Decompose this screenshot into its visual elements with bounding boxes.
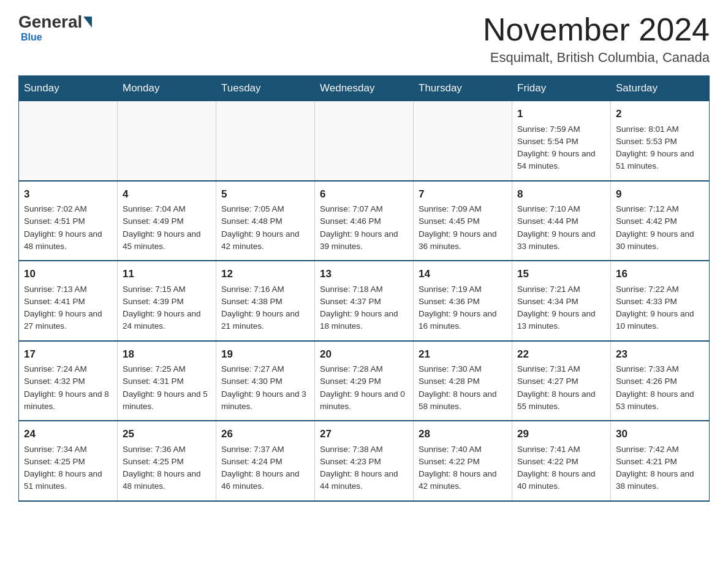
cell-w3-d0: 10Sunrise: 7:13 AMSunset: 4:41 PMDayligh…: [19, 261, 118, 341]
cell-w5-d2: 26Sunrise: 7:37 AMSunset: 4:24 PMDayligh…: [216, 421, 315, 501]
day-info: Sunrise: 7:07 AM: [320, 203, 408, 215]
day-number: 6: [320, 186, 408, 202]
day-info: Daylight: 9 hours and 16 minutes.: [419, 308, 507, 333]
day-info: Sunset: 4:37 PM: [320, 296, 408, 308]
day-number: 9: [616, 186, 704, 202]
day-info: Sunrise: 7:13 AM: [24, 283, 112, 296]
cell-w5-d1: 25Sunrise: 7:36 AMSunset: 4:25 PMDayligh…: [118, 421, 216, 501]
day-info: Daylight: 9 hours and 21 minutes.: [221, 308, 309, 333]
day-info: Sunset: 4:51 PM: [24, 215, 112, 228]
day-info: Daylight: 9 hours and 3 minutes.: [221, 388, 309, 413]
header-tuesday: Tuesday: [216, 76, 315, 101]
day-info: Sunset: 4:41 PM: [24, 296, 112, 308]
cell-w4-d2: 19Sunrise: 7:27 AMSunset: 4:30 PMDayligh…: [216, 341, 315, 421]
day-info: Daylight: 9 hours and 45 minutes.: [123, 228, 211, 253]
day-info: Sunrise: 7:12 AM: [616, 203, 704, 215]
cell-w3-d4: 14Sunrise: 7:19 AMSunset: 4:36 PMDayligh…: [414, 261, 512, 341]
cell-w3-d5: 15Sunrise: 7:21 AMSunset: 4:34 PMDayligh…: [512, 261, 611, 341]
cell-w4-d5: 22Sunrise: 7:31 AMSunset: 4:27 PMDayligh…: [512, 341, 611, 421]
cell-w2-d5: 8Sunrise: 7:10 AMSunset: 4:44 PMDaylight…: [512, 181, 611, 261]
day-info: Daylight: 9 hours and 5 minutes.: [123, 388, 211, 413]
day-info: Sunset: 4:38 PM: [221, 296, 309, 308]
day-info: Sunrise: 8:01 AM: [616, 123, 704, 136]
day-info: Daylight: 9 hours and 18 minutes.: [320, 308, 408, 333]
day-info: Daylight: 8 hours and 58 minutes.: [419, 388, 507, 413]
day-info: Daylight: 9 hours and 30 minutes.: [616, 228, 704, 253]
day-info: Sunrise: 7:30 AM: [419, 363, 507, 375]
day-info: Daylight: 9 hours and 8 minutes.: [24, 388, 112, 413]
header-sunday: Sunday: [19, 76, 118, 101]
day-info: Sunset: 4:28 PM: [419, 375, 507, 388]
day-info: Sunset: 4:30 PM: [221, 375, 309, 388]
day-info: Sunrise: 7:19 AM: [419, 283, 507, 296]
day-number: 5: [221, 186, 309, 202]
cell-w1-d4: [414, 101, 512, 181]
day-info: Daylight: 9 hours and 54 minutes.: [517, 148, 605, 173]
day-info: Sunrise: 7:37 AM: [221, 443, 309, 456]
week-row-2: 3Sunrise: 7:02 AMSunset: 4:51 PMDaylight…: [19, 181, 710, 261]
day-info: Sunset: 4:21 PM: [616, 456, 704, 468]
day-number: 12: [221, 266, 309, 282]
cell-w3-d6: 16Sunrise: 7:22 AMSunset: 4:33 PMDayligh…: [611, 261, 710, 341]
cell-w1-d0: [19, 101, 118, 181]
day-info: Sunset: 4:44 PM: [517, 215, 605, 228]
day-number: 13: [320, 266, 408, 282]
day-info: Sunset: 4:27 PM: [517, 375, 605, 388]
day-number: 2: [616, 106, 704, 122]
title-section: November 2024 Esquimalt, British Columbi…: [483, 12, 710, 66]
day-info: Daylight: 9 hours and 10 minutes.: [616, 308, 704, 333]
day-info: Sunset: 4:32 PM: [24, 375, 112, 388]
calendar-header: Sunday Monday Tuesday Wednesday Thursday…: [19, 76, 710, 101]
page-header: General Blue November 2024 Esquimalt, Br…: [18, 12, 710, 66]
day-info: Sunrise: 7:09 AM: [419, 203, 507, 215]
cell-w4-d6: 23Sunrise: 7:33 AMSunset: 4:26 PMDayligh…: [611, 341, 710, 421]
cell-w4-d0: 17Sunrise: 7:24 AMSunset: 4:32 PMDayligh…: [19, 341, 118, 421]
day-info: Sunrise: 7:02 AM: [24, 203, 112, 215]
day-info: Sunrise: 7:59 AM: [517, 123, 605, 136]
day-info: Daylight: 9 hours and 39 minutes.: [320, 228, 408, 253]
cell-w1-d5: 1Sunrise: 7:59 AMSunset: 5:54 PMDaylight…: [512, 101, 611, 181]
day-info: Sunset: 4:22 PM: [517, 456, 605, 468]
day-info: Daylight: 9 hours and 33 minutes.: [517, 228, 605, 253]
day-info: Daylight: 8 hours and 46 minutes.: [221, 468, 309, 493]
day-info: Daylight: 8 hours and 51 minutes.: [24, 468, 112, 493]
day-number: 17: [24, 347, 112, 362]
calendar-body: 1Sunrise: 7:59 AMSunset: 5:54 PMDaylight…: [19, 101, 710, 501]
day-info: Daylight: 9 hours and 0 minutes.: [320, 388, 408, 413]
week-row-3: 10Sunrise: 7:13 AMSunset: 4:41 PMDayligh…: [19, 261, 710, 341]
cell-w5-d6: 30Sunrise: 7:42 AMSunset: 4:21 PMDayligh…: [611, 421, 710, 501]
day-info: Daylight: 9 hours and 51 minutes.: [616, 148, 704, 173]
day-info: Sunrise: 7:10 AM: [517, 203, 605, 215]
day-info: Sunset: 4:31 PM: [123, 375, 211, 388]
cell-w3-d2: 12Sunrise: 7:16 AMSunset: 4:38 PMDayligh…: [216, 261, 315, 341]
day-info: Sunrise: 7:40 AM: [419, 443, 507, 456]
cell-w2-d4: 7Sunrise: 7:09 AMSunset: 4:45 PMDaylight…: [414, 181, 512, 261]
day-number: 15: [517, 266, 605, 282]
day-info: Daylight: 8 hours and 38 minutes.: [616, 468, 704, 493]
day-info: Sunset: 4:24 PM: [221, 456, 309, 468]
calendar-table: Sunday Monday Tuesday Wednesday Thursday…: [18, 75, 710, 502]
day-info: Sunset: 4:25 PM: [24, 456, 112, 468]
day-number: 1: [517, 106, 605, 122]
day-number: 8: [517, 186, 605, 202]
day-info: Sunrise: 7:18 AM: [320, 283, 408, 296]
day-info: Sunset: 4:49 PM: [123, 215, 211, 228]
header-saturday: Saturday: [611, 76, 710, 101]
cell-w1-d1: [118, 101, 216, 181]
day-info: Sunrise: 7:36 AM: [123, 443, 211, 456]
day-number: 3: [24, 186, 112, 202]
cell-w2-d3: 6Sunrise: 7:07 AMSunset: 4:46 PMDaylight…: [315, 181, 414, 261]
day-number: 23: [616, 347, 704, 362]
day-info: Daylight: 9 hours and 48 minutes.: [24, 228, 112, 253]
day-info: Sunrise: 7:28 AM: [320, 363, 408, 375]
cell-w1-d6: 2Sunrise: 8:01 AMSunset: 5:53 PMDaylight…: [611, 101, 710, 181]
cell-w3-d1: 11Sunrise: 7:15 AMSunset: 4:39 PMDayligh…: [118, 261, 216, 341]
day-info: Sunset: 4:36 PM: [419, 296, 507, 308]
day-info: Sunrise: 7:27 AM: [221, 363, 309, 375]
day-number: 10: [24, 266, 112, 282]
day-number: 21: [419, 347, 507, 362]
day-info: Sunset: 4:39 PM: [123, 296, 211, 308]
day-info: Sunrise: 7:31 AM: [517, 363, 605, 375]
day-info: Sunrise: 7:22 AM: [616, 283, 704, 296]
day-info: Sunrise: 7:33 AM: [616, 363, 704, 375]
